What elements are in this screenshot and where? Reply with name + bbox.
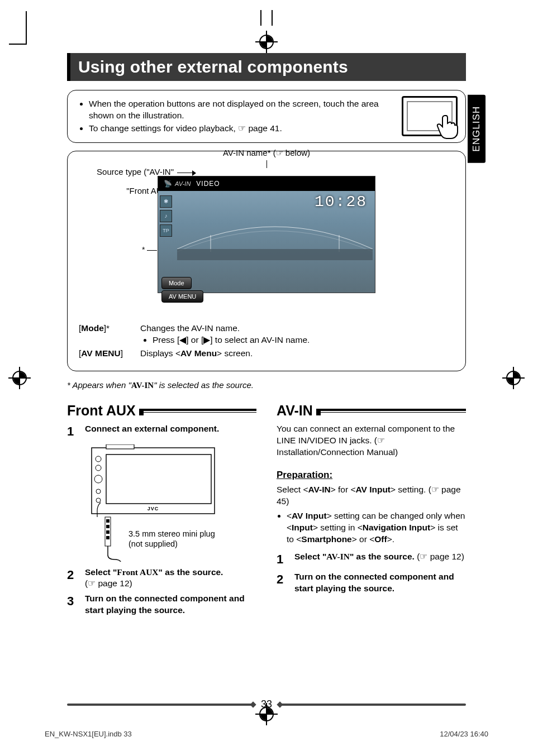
crop-mark (260, 10, 273, 26)
svg-rect-2 (177, 249, 373, 260)
source-type-label: AV-IN (175, 180, 191, 187)
page-content: ENGLISH Using other external components … (67, 53, 466, 689)
jvc-logo: JVC (147, 506, 159, 511)
screen-description-box: AV-IN name* (☞ below) Source type ("AV-I… (67, 151, 466, 371)
step-text: Select "AV-IN" as the source. (294, 552, 417, 561)
registration-mark-top (259, 35, 274, 49)
satellite-icon: 📡 (164, 180, 169, 188)
bluetooth-icon: ✱ (160, 195, 172, 208)
legend-key-avmenu: [AV MENU] (79, 347, 140, 360)
section-heading: Front AUX (67, 403, 136, 419)
callout-line (266, 160, 267, 168)
language-tab: ENGLISH (468, 95, 486, 163)
legend-sub-mode: Press [◀] or [▶] to select an AV-IN name… (153, 334, 310, 346)
legend: [Mode]* Changes the AV-IN name. Press [◀… (79, 322, 454, 360)
tip-item: To change settings for video playback, ☞… (89, 123, 387, 135)
page-ref: (☞ page 12) (417, 552, 464, 561)
preparation-line: Select <AV-IN> for <AV Input> setting. (… (277, 484, 466, 508)
svg-rect-5 (106, 444, 134, 449)
print-file-name: EN_KW-NSX1[EU].indb 33 (45, 730, 132, 738)
video-title-label: VIDEO (196, 180, 220, 188)
heading-rule (317, 409, 466, 413)
registration-mark-left (12, 371, 27, 385)
footnote: * Appears when "AV-IN" is selected as th… (67, 380, 466, 390)
legend-key-mode: [Mode]* (79, 322, 140, 346)
left-arrow-icon: ◀ (179, 335, 186, 344)
step-number: 2 (67, 567, 78, 590)
main-heading: Using other external components (67, 53, 466, 81)
av-in-section: AV-IN You can connect an external compon… (277, 403, 466, 620)
svg-rect-15 (106, 536, 110, 539)
step-number: 1 (67, 423, 78, 440)
print-timestamp: 12/04/23 16:40 (440, 730, 488, 738)
side-icon-column: ✱ ♪ TP (158, 193, 174, 239)
touch-screen-illustration (402, 96, 458, 136)
svg-rect-4 (106, 454, 211, 504)
legend-val-avmenu: Displays <AV Menu> screen. (140, 347, 253, 360)
tip-item: When the operation buttons are not displ… (89, 98, 387, 122)
step-text: Connect an external component. (85, 424, 219, 433)
print-footer: EN_KW-NSX1[EU].indb 33 12/04/23 16:40 (45, 730, 488, 738)
plug-label-1: 3.5 mm stereo mini plug (129, 529, 215, 538)
step-text: Turn on the connected component and star… (294, 572, 454, 593)
preparation-bullet: <AV Input> setting can be changed only w… (287, 510, 466, 546)
registration-mark-right (506, 371, 521, 385)
page-ref: (☞ page 12) (85, 578, 132, 588)
tp-icon: TP (160, 224, 172, 237)
right-arrow-icon: ▶ (203, 335, 210, 344)
svg-rect-12 (106, 519, 110, 523)
plug-label-2: (not supplied) (129, 539, 178, 548)
heading-rule (140, 409, 256, 413)
step-text: Turn on the connected component and star… (85, 594, 245, 615)
device-screenshot: 📡 AV-IN VIDEO 10:28 ✱ ♪ TP Mode AV M (158, 176, 375, 293)
clock-display: 10:28 (315, 193, 367, 210)
av-in-intro: You can connect an external component to… (277, 423, 466, 458)
svg-rect-14 (106, 530, 110, 534)
crop-mark-tl (26, 11, 27, 45)
step-text: Select "Front AUX" as the source. (85, 567, 223, 577)
device-illustration: JVC (84, 444, 256, 563)
background-image-bridge (177, 221, 373, 260)
step-number: 1 (277, 551, 288, 568)
svg-rect-13 (106, 525, 110, 528)
section-heading: AV-IN (277, 403, 313, 419)
legend-val-mode: Changes the AV-IN name. (140, 323, 240, 333)
av-menu-button[interactable]: AV MENU (161, 290, 203, 303)
hand-touch-icon (435, 113, 459, 140)
step-number: 2 (277, 571, 288, 595)
front-aux-section: Front AUX 1 Connect an external componen… (67, 403, 256, 620)
registration-mark-bottom (259, 707, 274, 721)
preparation-heading: Preparation: (277, 470, 332, 481)
step-number: 3 (67, 593, 78, 616)
tip-box: When the operation buttons are not displ… (67, 90, 466, 143)
equalizer-icon: ♪ (160, 210, 172, 222)
callout-avin-name: AV-IN name* (☞ below) (223, 148, 310, 158)
mode-button[interactable]: Mode (161, 277, 192, 289)
